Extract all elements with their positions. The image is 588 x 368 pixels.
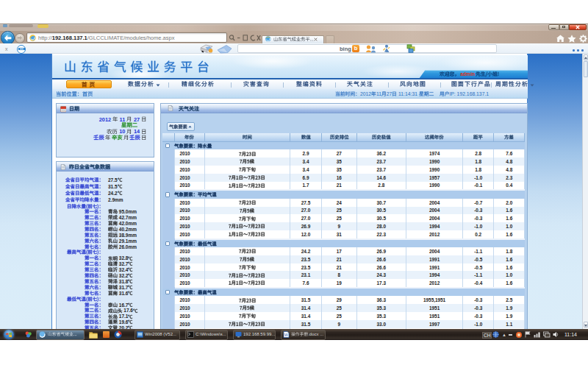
svg-text:W: W: [284, 333, 288, 337]
